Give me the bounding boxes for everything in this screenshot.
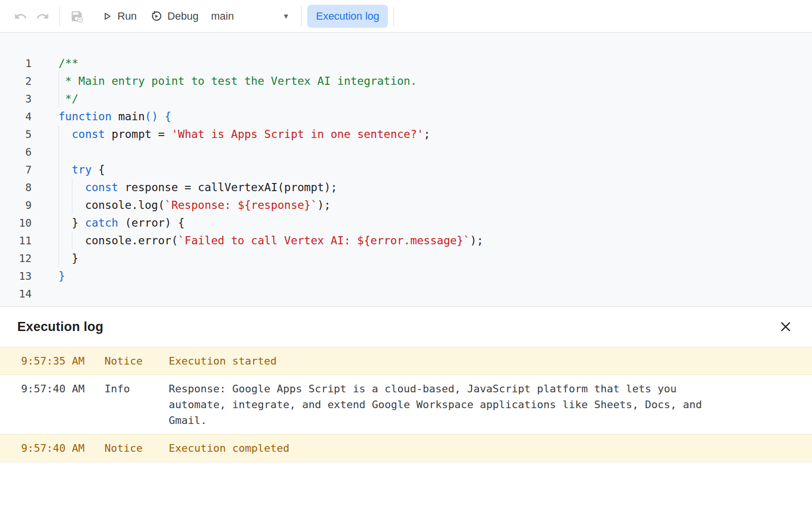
code-line [58, 285, 812, 303]
log-row: 9:57:35 AMNoticeExecution started [0, 347, 812, 375]
debug-icon [150, 10, 162, 23]
redo-icon [36, 10, 49, 23]
indent-guide [72, 179, 72, 196]
indent-guide [58, 179, 59, 196]
close-icon [778, 320, 793, 334]
chevron-down-icon: ▼ [282, 12, 290, 20]
line-number-gutter: 1234567891011121314 [0, 55, 32, 306]
indent-guide [58, 214, 59, 232]
line-number: 9 [0, 196, 32, 214]
undo-button[interactable] [10, 5, 32, 27]
function-dropdown-value: main [211, 10, 234, 23]
line-number: 4 [0, 108, 32, 126]
toolbar: Run Debug main ▼ Execution log [0, 0, 812, 33]
save-project-icon [70, 10, 83, 23]
execution-log-panel: Execution log 9:57:35 AMNoticeExecution … [0, 306, 812, 526]
undo-icon [14, 10, 27, 23]
line-number: 6 [0, 143, 32, 161]
code-line: */ [58, 90, 812, 108]
code-line: console.error(`Failed to call Vertex AI:… [58, 232, 812, 250]
code-line: console.log(`Response: ${response}`); [58, 196, 812, 214]
line-number: 3 [0, 90, 32, 108]
code-line: try { [58, 161, 812, 179]
indent-guide [58, 72, 59, 90]
line-number: 7 [0, 161, 32, 179]
indent-guide [72, 196, 72, 214]
line-number: 11 [0, 232, 32, 250]
execution-log-title: Execution log [17, 320, 104, 334]
line-number: 13 [0, 267, 32, 285]
code-line: const prompt = 'What is Apps Script in o… [58, 126, 812, 143]
code-line: function main() { [58, 108, 812, 126]
log-level: Info [104, 381, 169, 397]
toolbar-divider [394, 6, 394, 26]
log-level: Notice [104, 353, 169, 369]
indent-guide [58, 143, 59, 161]
execution-log-button[interactable]: Execution log [307, 5, 388, 28]
code-line [58, 143, 812, 161]
line-number: 1 [0, 55, 32, 72]
line-number: 5 [0, 126, 32, 143]
code-line: } [58, 250, 812, 267]
log-row: 9:57:40 AMNoticeExecution completed [0, 434, 812, 462]
run-button[interactable]: Run [94, 6, 143, 27]
indent-guide [58, 90, 59, 108]
indent-guide [58, 250, 59, 267]
indent-guide [58, 196, 59, 214]
run-label: Run [117, 10, 137, 23]
indent-guide [58, 232, 59, 250]
code-line: /** [58, 55, 812, 72]
code-line: const response = callVertexAI(prompt); [58, 179, 812, 196]
log-timestamp: 9:57:40 AM [0, 440, 104, 456]
code-lines: /** * Main entry point to test the Verte… [32, 55, 812, 306]
log-timestamp: 9:57:40 AM [0, 381, 104, 397]
close-button[interactable] [777, 318, 795, 336]
toolbar-divider [301, 6, 302, 26]
save-button[interactable] [66, 5, 88, 27]
log-message: Response: Google Apps Script is a cloud-… [169, 381, 708, 428]
log-message: Execution completed [169, 440, 708, 456]
log-row: 9:57:40 AMInfoResponse: Google Apps Scri… [0, 375, 812, 434]
execution-log-header: Execution log [0, 307, 812, 347]
indent-guide [58, 126, 59, 143]
redo-button[interactable] [32, 5, 54, 27]
indent-guide [72, 232, 72, 250]
log-timestamp: 9:57:35 AM [0, 353, 104, 369]
code-editor[interactable]: 1234567891011121314 /** * Main entry poi… [0, 33, 812, 306]
code-line: } [58, 267, 812, 285]
toolbar-divider [59, 6, 60, 26]
log-rows: 9:57:35 AMNoticeExecution started9:57:40… [0, 347, 812, 462]
line-number: 10 [0, 214, 32, 232]
line-number: 14 [0, 285, 32, 303]
log-level: Notice [104, 440, 169, 456]
line-number: 12 [0, 250, 32, 267]
debug-button[interactable]: Debug [143, 6, 205, 27]
log-message: Execution started [169, 353, 708, 369]
line-number: 2 [0, 72, 32, 90]
indent-guide [58, 161, 59, 179]
code-line: * Main entry point to test the Vertex AI… [58, 72, 812, 90]
line-number: 8 [0, 179, 32, 196]
run-icon [101, 11, 113, 22]
debug-label: Debug [167, 10, 198, 23]
code-line: } catch (error) { [58, 214, 812, 232]
function-dropdown[interactable]: main ▼ [205, 6, 295, 27]
